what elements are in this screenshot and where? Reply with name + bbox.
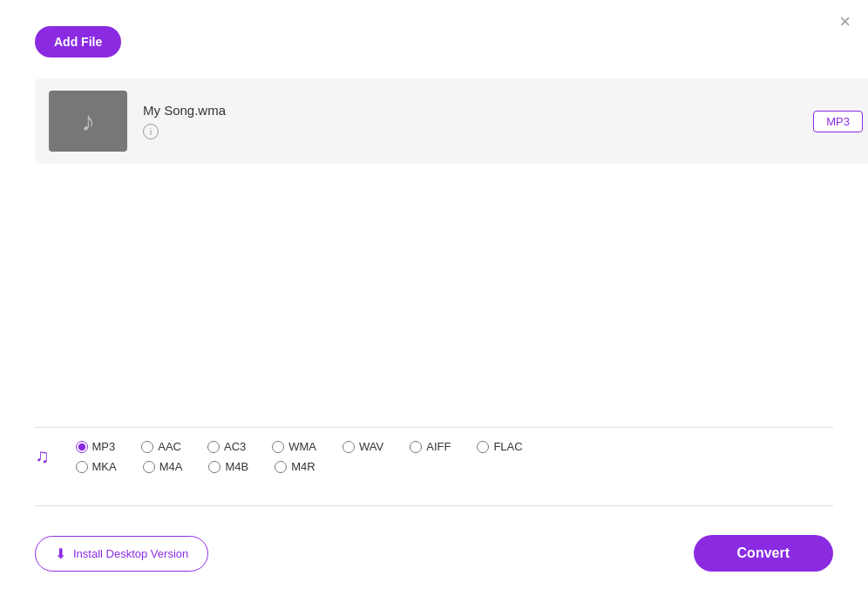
- radio-aac[interactable]: AAC: [141, 440, 181, 453]
- format-selector: ♫ MP3 AAC AC3 WMA WAV AIFF FLAC: [35, 431, 833, 482]
- download-icon: ⬇: [55, 545, 66, 562]
- radio-mka[interactable]: MKA: [76, 460, 117, 473]
- radio-m4b[interactable]: M4B: [208, 460, 248, 473]
- install-label: Install Desktop Version: [73, 547, 188, 560]
- file-info: My Song.wma i: [143, 103, 813, 139]
- radio-wav[interactable]: WAV: [342, 440, 383, 453]
- radio-ac3[interactable]: AC3: [207, 440, 246, 453]
- radio-input-wma[interactable]: [272, 441, 284, 453]
- file-card: ♪ My Song.wma i MP3 ⚙ ×: [35, 78, 868, 164]
- file-name: My Song.wma: [143, 103, 813, 118]
- file-thumbnail: ♪: [49, 91, 127, 152]
- radio-input-mp3[interactable]: [76, 441, 88, 453]
- audio-format-icon: ♫: [35, 445, 50, 468]
- music-note-icon: ♪: [81, 105, 95, 138]
- radio-m4a[interactable]: M4A: [143, 460, 183, 473]
- info-icon[interactable]: i: [143, 124, 159, 139]
- bottom-divider: [35, 505, 833, 506]
- radio-input-m4a[interactable]: [143, 461, 155, 473]
- top-divider: [35, 427, 833, 428]
- radio-input-wav[interactable]: [342, 441, 355, 453]
- format-options: MP3 AAC AC3 WMA WAV AIFF FLAC: [76, 440, 834, 473]
- radio-input-flac[interactable]: [477, 441, 489, 453]
- bottom-bar: ⬇ Install Desktop Version Convert: [35, 535, 833, 572]
- add-file-button[interactable]: Add File: [35, 26, 121, 58]
- radio-input-m4r[interactable]: [275, 461, 287, 473]
- convert-button[interactable]: Convert: [694, 535, 833, 572]
- radio-input-mka[interactable]: [76, 461, 88, 473]
- app-close-button[interactable]: ×: [839, 12, 851, 31]
- format-row-2: MKA M4A M4B M4R: [76, 460, 834, 473]
- radio-input-m4b[interactable]: [208, 461, 220, 473]
- radio-aiff[interactable]: AIFF: [410, 440, 451, 453]
- file-actions: MP3 ⚙: [813, 111, 868, 132]
- format-badge-button[interactable]: MP3: [813, 111, 863, 132]
- radio-flac[interactable]: FLAC: [477, 440, 522, 453]
- radio-input-aac[interactable]: [141, 441, 153, 453]
- radio-input-aiff[interactable]: [410, 441, 422, 453]
- radio-mp3[interactable]: MP3: [76, 440, 116, 453]
- install-desktop-button[interactable]: ⬇ Install Desktop Version: [35, 536, 208, 572]
- radio-input-ac3[interactable]: [207, 441, 220, 453]
- format-row-1: MP3 AAC AC3 WMA WAV AIFF FLAC: [76, 440, 834, 453]
- radio-m4r[interactable]: M4R: [275, 460, 315, 473]
- radio-wma[interactable]: WMA: [272, 440, 316, 453]
